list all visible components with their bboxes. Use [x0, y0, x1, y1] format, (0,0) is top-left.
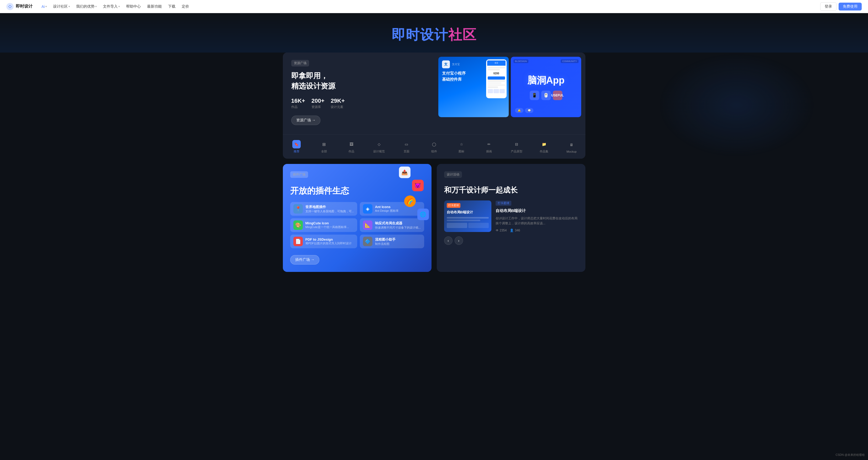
tab-portfolio-icon: 📁: [542, 142, 546, 146]
activity-nav: ‹ ›: [444, 237, 578, 245]
plugin-info-0: 世界地图插件 支持一键导入各国地图，可拖拽，可...: [305, 205, 354, 213]
activity-title: 和万千设计师一起成长: [444, 185, 578, 195]
nav-item-ai[interactable]: Ai ▾: [39, 3, 50, 10]
alipay-title-line1: 支付宝小程序: [442, 70, 466, 76]
prev-arrow[interactable]: ‹: [444, 237, 453, 245]
hero-title-part1: 即时设计: [392, 27, 448, 42]
tab-recommend-label: 推荐: [293, 150, 300, 153]
nav-item-import[interactable]: 文件导入 ▾: [100, 3, 122, 10]
plugin-icon-0: 📍: [293, 204, 303, 214]
stat-elements: 29K+ 设计元素: [331, 97, 345, 109]
tab-works-label: 作品: [348, 150, 354, 153]
tab-recommend-icon: 🔖: [294, 142, 299, 146]
stats-row: 16K+ 作品 200+ 资源库 29K+ 设计元素: [291, 97, 353, 109]
plugin-item-1[interactable]: ◈ Ant Icons Ant Design 图标库: [360, 202, 424, 216]
plugin-info-3: 响应式布局生成器 快速调整不同尺寸设备下的设计稿...: [375, 221, 421, 229]
resource-title: 即拿即用， 精选设计资源: [291, 71, 353, 91]
nav-item-community[interactable]: 设计社区 ▾: [51, 3, 72, 10]
tab-mockup[interactable]: 🖥 Mockup: [558, 139, 585, 155]
plugin-marketplace-button[interactable]: 插件广场 →: [290, 255, 320, 265]
tab-illustration[interactable]: ✏ 插画: [475, 138, 503, 155]
svg-point-1: [9, 6, 11, 7]
alipay-title-line2: 基础控件库: [442, 76, 462, 83]
tab-prototype[interactable]: ⊟ 产品原型: [503, 138, 530, 155]
logo[interactable]: 即时设计: [6, 3, 33, 10]
plugin-icon-2: 🎨: [293, 220, 303, 230]
resource-left-panel: 资源广场 即拿即用， 精选设计资源 16K+ 作品: [283, 53, 362, 132]
navbar: 即时设计 Ai ▾ 设计社区 ▾ 我们的优势 ▾ 文件导入 ▾ 帮助中心: [0, 0, 868, 13]
tab-portfolio[interactable]: 📁 作品集: [530, 138, 558, 155]
resource-img-alipay[interactable]: 支 支付宝 支付宝小程序 基础控件库 首页: [438, 57, 509, 117]
resource-top-row: 资源广场 即拿即用， 精选设计资源 16K+ 作品: [283, 53, 585, 132]
plugin-icon-5: 🔷: [363, 237, 372, 246]
plugin-item-4[interactable]: 📄 PDF to JSDesign 将PDF以图片的形式导入到即时设计: [290, 235, 357, 248]
tab-page[interactable]: ▭ 页面: [393, 138, 420, 155]
community-tabs: 🔖 推荐 ⊞ 全部 🖼 作品 ◇ 设计规范 ▭ 页: [283, 134, 585, 159]
tab-page-label: 页面: [404, 150, 409, 153]
activity-badge: 设计活动: [444, 171, 462, 178]
tab-spec-label: 设计规范: [373, 150, 385, 153]
login-button[interactable]: 登录: [820, 2, 836, 11]
tab-illustration-icon: ✏: [488, 142, 491, 146]
plugin-info-5: 流程图小助手 制作流程图: [375, 237, 421, 246]
resource-images: 件 支 支付宝 支付宝小程序 基础控件库: [362, 53, 585, 132]
tab-icon[interactable]: ☆ 图标: [448, 138, 475, 155]
free-button[interactable]: 免费使用: [839, 3, 862, 10]
like-icon: 👤: [510, 228, 514, 232]
alipay-amount: ¥200: [488, 71, 505, 76]
plugin-card: 插件广场 开放的插件生态 📤 😈 🌈 🌐 📍 世界地图插件 支持一键导入: [283, 164, 432, 272]
tab-illustration-label: 插画: [486, 150, 492, 153]
nav-item-pricing[interactable]: 定价: [179, 3, 192, 10]
plugin-badge: 插件广场: [290, 171, 308, 178]
nav-item-new[interactable]: 最新功能: [145, 3, 164, 10]
tab-icon-icon: ☆: [460, 142, 463, 146]
tab-mockup-label: Mockup: [566, 150, 577, 153]
alipay-phone-mockup: 首页 ¥200: [486, 59, 507, 98]
tab-icon-label: 图标: [459, 150, 464, 153]
nav-links: Ai ▾ 设计社区 ▾ 我们的优势 ▾ 文件导入 ▾ 帮助中心 最新功能: [39, 3, 814, 10]
tab-prototype-icon: ⊟: [515, 142, 518, 146]
plugin-item-2[interactable]: 🎨 MingCute Icon MingCute是一个统一风格图标库...: [290, 218, 357, 232]
activity-content: 打卡星球 自动布局B端设计: [444, 201, 578, 232]
activity-image[interactable]: 打卡星球 自动布局B端设计: [444, 201, 491, 232]
activity-card-title: 自动布局B端设计: [496, 208, 578, 214]
csdn-badge: CSDN @未来的哈喽哈: [836, 453, 865, 457]
plugin-icon-1: ◈: [363, 204, 372, 214]
stat-works: 16K+ 作品: [291, 97, 305, 109]
plugin-info-4: PDF to JSDesign 将PDF以图片的形式导入到即时设计: [305, 238, 354, 245]
logo-icon: [6, 3, 14, 10]
plugin-icon-4: 📄: [293, 237, 303, 246]
plugin-info-2: MingCute Icon MingCute是一个统一风格图标库...: [305, 221, 354, 229]
tab-mockup-icon: 🖥: [570, 143, 573, 147]
plugin-info-1: Ant Icons Ant Design 图标库: [375, 205, 421, 213]
nav-item-help[interactable]: 帮助中心: [123, 3, 144, 10]
tab-works[interactable]: 🖼 作品: [338, 138, 365, 155]
tab-spec[interactable]: ◇ 设计规范: [365, 138, 393, 155]
plugin-item-0[interactable]: 📍 世界地图插件 支持一键导入各国地图，可拖拽，可...: [290, 202, 357, 216]
nav-item-advantage[interactable]: 我们的优势 ▾: [73, 3, 99, 10]
tab-prototype-label: 产品原型: [511, 150, 522, 153]
tab-component[interactable]: ◯ 组件: [420, 138, 448, 155]
plugin-title: 开放的插件生态: [290, 185, 424, 197]
tab-spec-icon: ◇: [378, 142, 380, 146]
tab-recommend[interactable]: 🔖 推荐: [283, 138, 310, 155]
tab-component-icon: ◯: [432, 142, 436, 146]
resource-img-brain[interactable]: BLDESIGN COMMUNITY 脑洞App 📱 🖱️ USEFUL: [511, 57, 581, 117]
tab-all[interactable]: ⊞ 全部: [310, 138, 338, 155]
next-arrow[interactable]: ›: [455, 237, 463, 245]
nav-actions: 登录 免费使用: [820, 2, 862, 11]
hero-section: 即时设计社区: [0, 13, 868, 53]
hero-title-part2: 社区: [448, 27, 477, 42]
stat-libraries: 200+ 资源库: [311, 97, 324, 109]
activity-desc: 在UI设计工作中，设计师总把大量时间花费在改动后的布局挨个调整上，设计师的高效率…: [496, 216, 578, 226]
plugin-item-3[interactable]: 📐 响应式布局生成器 快速调整不同尺寸设备下的设计稿...: [360, 218, 424, 232]
activity-card: 设计活动 和万千设计师一起成长 打卡星球 自动布局B端设计: [437, 164, 585, 272]
resource-marketplace-button[interactable]: 资源广场 →: [291, 116, 321, 125]
plugin-grid: 📍 世界地图插件 支持一键导入各国地图，可拖拽，可... ◈ Ant Icons…: [290, 202, 424, 248]
activity-img-tag: 打卡星球: [447, 203, 460, 208]
activity-tag: 打卡星球: [496, 201, 512, 206]
activity-meta: 👁 2354 👤 346: [496, 228, 578, 232]
nav-item-download[interactable]: 下载: [165, 3, 178, 10]
plugin-item-5[interactable]: 🔷 流程图小助手 制作流程图: [360, 235, 424, 248]
nav-ai-chevron: ▾: [45, 5, 47, 8]
